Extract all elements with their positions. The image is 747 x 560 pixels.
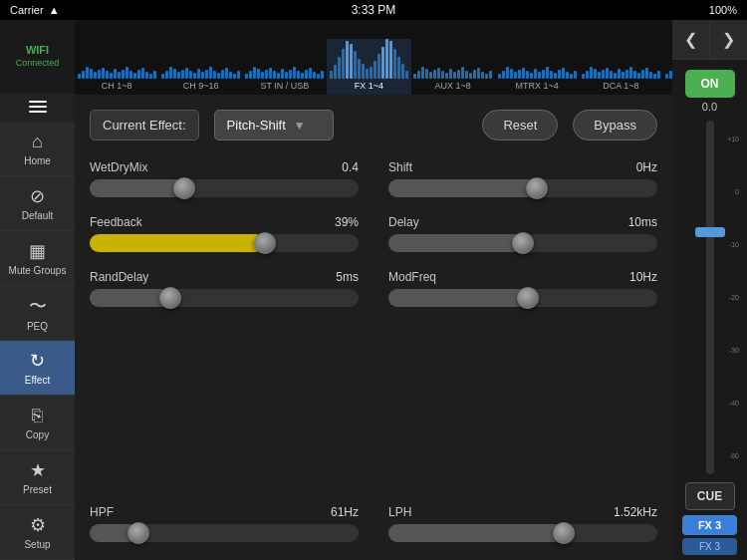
- preset-icon: ★: [30, 459, 46, 481]
- slider-value: 5ms: [336, 270, 359, 284]
- fader-tick: +10: [727, 136, 739, 142]
- mixer-channel-label: CH 9~16: [183, 81, 219, 91]
- slider-header: ModFreq 10Hz: [388, 270, 657, 284]
- slider-row-lph: LPH 1.52kHz: [388, 505, 657, 542]
- slider-value: 10ms: [628, 215, 657, 229]
- on-button[interactable]: ON: [685, 70, 735, 98]
- carrier-label: Carrier: [10, 4, 44, 16]
- slider-row-randdelay: RandDelay 5ms: [90, 270, 359, 307]
- mixer-channel-fx1~4[interactable]: FX 1~4: [327, 39, 410, 95]
- slider-track[interactable]: [90, 289, 359, 307]
- effect-row: Current Effect: Pitch-Shift ▼ Reset Bypa…: [90, 110, 657, 140]
- slider-track[interactable]: [388, 234, 657, 252]
- right-panel: ❮ ❯ ON 0.0 +100-10-20-30-40-60 CUE FX 3 …: [672, 20, 747, 560]
- reset-button[interactable]: Reset: [482, 110, 558, 140]
- peq-icon: 〜: [29, 294, 47, 318]
- sidebar-item-label-setup: Setup: [24, 539, 50, 550]
- slider-name: RandDelay: [90, 270, 148, 284]
- slider-name: Delay: [388, 215, 419, 229]
- sidebar-item-setup[interactable]: ⚙Setup: [0, 505, 75, 560]
- slider-value: 1.52kHz: [614, 505, 657, 519]
- slider-track[interactable]: [90, 234, 359, 252]
- channel-badge[interactable]: FX 3: [682, 515, 737, 535]
- mixer-bar: CH 1~8CH 9~16ST IN / USBFX 1~4AUX 1~8MTR…: [75, 20, 747, 95]
- mixer-channel-aux1~8[interactable]: AUX 1~8: [411, 39, 495, 95]
- slider-track[interactable]: [388, 524, 657, 542]
- sliders-grid: WetDryMix 0.4 Shift 0Hz Feedback 39% Del…: [90, 160, 657, 307]
- fader-tick: -10: [729, 241, 739, 248]
- sidebar-item-default[interactable]: ⊘Default: [0, 176, 75, 231]
- cue-button[interactable]: CUE: [685, 482, 735, 510]
- sidebar-item-label-peq: PEQ: [27, 321, 48, 332]
- effect-selected: Pitch-Shift: [227, 118, 286, 133]
- mixer-channel-label: ST IN / USB: [261, 81, 310, 91]
- mixer-channel-label: MTRX 1~4: [515, 81, 558, 91]
- bypass-button[interactable]: Bypass: [573, 110, 657, 140]
- wifi-icon: ▲: [49, 4, 60, 16]
- sidebar-item-preset[interactable]: ★Preset: [0, 450, 75, 505]
- nav-items: ⌂Home⊘Default▦Mute Groups〜PEQ↻Effect⎘Cop…: [0, 122, 75, 560]
- slider-row-feedback: Feedback 39%: [90, 215, 359, 252]
- slider-header: HPF 61Hz: [90, 505, 359, 519]
- fader-tick: -30: [729, 347, 739, 354]
- fader-scale: +100-10-20-30-40-60: [727, 113, 739, 482]
- next-button[interactable]: ❯: [710, 20, 747, 59]
- slider-header: LPH 1.52kHz: [388, 505, 657, 519]
- effect-dropdown[interactable]: Pitch-Shift ▼: [214, 110, 334, 140]
- slider-track[interactable]: [90, 179, 359, 197]
- mixer-channel-stin/usb[interactable]: ST IN / USB: [243, 39, 327, 95]
- sidebar-item-peq[interactable]: 〜PEQ: [0, 286, 75, 341]
- status-bar: Carrier ▲ 3:33 PM 100%: [0, 0, 747, 20]
- sidebar-item-label-mute-groups: Mute Groups: [9, 265, 67, 276]
- mixer-channel-ch1~8[interactable]: CH 1~8: [75, 39, 158, 95]
- slider-header: Delay 10ms: [388, 215, 657, 229]
- copy-icon: ⎘: [32, 406, 43, 426]
- slider-name: HPF: [90, 505, 114, 519]
- sidebar-item-mute-groups[interactable]: ▦Mute Groups: [0, 231, 75, 286]
- hpf-lph-section: HPF 61Hz LPH 1.52kHz: [75, 497, 672, 550]
- sidebar-item-label-preset: Preset: [23, 484, 52, 495]
- prev-button[interactable]: ❮: [672, 20, 710, 59]
- slider-name: LPH: [388, 505, 411, 519]
- wifi-section: WIFI Connected: [0, 20, 75, 93]
- slider-name: ModFreq: [388, 270, 436, 284]
- fader-thumb[interactable]: [695, 227, 725, 237]
- current-effect-label: Current Effect:: [90, 110, 199, 140]
- fader-container: +100-10-20-30-40-60: [672, 113, 747, 482]
- slider-value: 0.4: [342, 160, 359, 174]
- mixer-channel-label: FX 1~4: [355, 81, 383, 91]
- slider-track[interactable]: [90, 524, 359, 542]
- sidebar-item-home[interactable]: ⌂Home: [0, 122, 75, 176]
- fader-track[interactable]: [706, 121, 714, 474]
- sidebar-item-label-home: Home: [24, 155, 51, 166]
- slider-name: Shift: [388, 160, 412, 174]
- mixer-channel-ch9~16[interactable]: CH 9~16: [158, 39, 242, 95]
- slider-header: Shift 0Hz: [388, 160, 657, 174]
- mixer-channel-label: CH 1~8: [102, 81, 132, 91]
- clock: 3:33 PM: [352, 3, 396, 17]
- slider-track[interactable]: [388, 179, 657, 197]
- sidebar-item-label-default: Default: [22, 210, 54, 221]
- gain-value: 0.0: [702, 101, 717, 113]
- fader-tick: -40: [729, 400, 739, 407]
- slider-name: Feedback: [90, 215, 142, 229]
- sidebar-item-copy[interactable]: ⎘Copy: [0, 396, 75, 450]
- fader-tick: -60: [729, 452, 739, 459]
- sidebar-item-effect[interactable]: ↻Effect: [0, 341, 75, 396]
- hamburger-button[interactable]: [0, 93, 75, 122]
- wifi-label: WIFI: [26, 44, 49, 56]
- sidebar-item-label-copy: Copy: [26, 429, 49, 440]
- slider-row-hpf: HPF 61Hz: [90, 505, 359, 542]
- dropdown-arrow-icon: ▼: [294, 119, 306, 133]
- mixer-channel-dca1~8[interactable]: DCA 1~8: [579, 39, 662, 95]
- sidebar: WIFI Connected ⌂Home⊘Default▦Mute Groups…: [0, 20, 75, 560]
- mixer-channel-label: AUX 1~8: [435, 81, 471, 91]
- hamburger-icon: [29, 101, 47, 113]
- slider-track[interactable]: [388, 289, 657, 307]
- main-content: Current Effect: Pitch-Shift ▼ Reset Bypa…: [75, 95, 672, 560]
- mixer-channel-label: DCA 1~8: [603, 81, 638, 91]
- effect-icon: ↻: [30, 350, 45, 372]
- mixer-channel-mtrx1~4[interactable]: MTRX 1~4: [495, 39, 579, 95]
- channel-badge-sub[interactable]: FX 3: [682, 538, 737, 555]
- mute-groups-icon: ▦: [29, 240, 46, 262]
